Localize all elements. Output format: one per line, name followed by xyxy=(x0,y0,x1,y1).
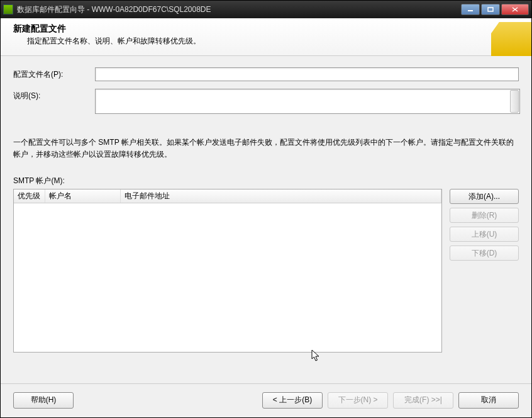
column-email[interactable]: 电子邮件地址 xyxy=(121,189,441,203)
smtp-accounts-label: SMTP 帐户(M): xyxy=(13,176,519,186)
finish-button: 完成(F) >>| xyxy=(393,392,453,409)
back-button[interactable]: < 上一步(B) xyxy=(262,392,323,409)
move-down-button: 下移(D) xyxy=(450,246,519,261)
close-button[interactable] xyxy=(501,4,529,15)
remove-account-button: 删除(R) xyxy=(450,208,519,223)
app-icon xyxy=(3,4,13,14)
profile-name-label: 配置文件名(P): xyxy=(13,67,95,80)
add-account-button[interactable]: 添加(A)... xyxy=(450,189,519,204)
window-titlebar: 数据库邮件配置向导 - WWW-0A82D0DF67C\SQL2008DE xyxy=(1,1,531,18)
page-subtitle: 指定配置文件名称、说明、帐户和故障转移优先级。 xyxy=(27,36,521,47)
cancel-button[interactable]: 取消 xyxy=(458,392,519,409)
svg-rect-1 xyxy=(488,8,493,11)
maximize-button[interactable] xyxy=(481,4,500,15)
help-button[interactable]: 帮助(H) xyxy=(13,392,74,409)
move-up-button: 上移(U) xyxy=(450,227,519,242)
minimize-button[interactable] xyxy=(461,4,480,15)
profile-name-input[interactable] xyxy=(95,67,519,81)
grid-header: 优先级 帐户名 电子邮件地址 xyxy=(14,189,441,203)
column-account[interactable]: 帐户名 xyxy=(45,189,121,203)
wizard-footer: 帮助(H) < 上一步(B) 下一步(N) > 完成(F) >>| 取消 xyxy=(1,383,531,416)
window-title: 数据库邮件配置向导 - WWW-0A82D0DF67C\SQL2008DE xyxy=(17,4,461,15)
profile-hint-text: 一个配置文件可以与多个 SMTP 帐户相关联。如果某个帐户发送电子邮件失败，配置… xyxy=(13,137,519,161)
description-input[interactable] xyxy=(95,89,520,114)
description-label: 说明(S): xyxy=(13,89,95,101)
column-priority[interactable]: 优先级 xyxy=(14,189,45,203)
page-title: 新建配置文件 xyxy=(13,23,521,35)
wizard-header: 新建配置文件 指定配置文件名称、说明、帐户和故障转移优先级。 xyxy=(1,18,531,56)
next-button: 下一步(N) > xyxy=(328,392,388,409)
description-scrollbar[interactable] xyxy=(510,90,519,113)
smtp-accounts-grid[interactable]: 优先级 帐户名 电子邮件地址 xyxy=(13,189,442,353)
